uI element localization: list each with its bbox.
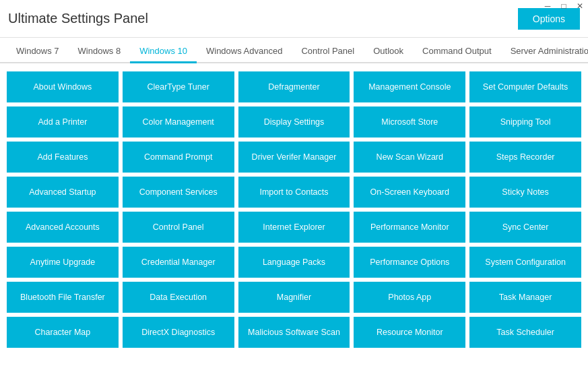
grid-button[interactable]: Snipping Tool [469, 106, 581, 138]
grid-button[interactable]: Set Computer Defaults [469, 71, 581, 102]
grid-button[interactable]: Performance Options [354, 247, 465, 278]
grid-button[interactable]: Add a Printer [7, 106, 119, 138]
grid-area: About WindowsClearType TunerDefragmenter… [0, 63, 588, 366]
buttons-grid: About WindowsClearType TunerDefragmenter… [7, 71, 581, 348]
grid-button[interactable]: DirectX Diagnostics [123, 317, 234, 348]
maximize-button[interactable]: □ [556, 0, 572, 12]
grid-button[interactable]: Defragmenter [238, 71, 350, 102]
grid-button[interactable]: On-Screen Keyboard [354, 177, 465, 208]
minimize-button[interactable]: ─ [540, 0, 556, 12]
grid-button[interactable]: Task Manager [469, 282, 581, 313]
grid-button[interactable]: Character Map [7, 317, 119, 348]
grid-button[interactable]: Management Console [354, 71, 465, 102]
grid-button[interactable]: Import to Contacts [238, 177, 350, 208]
tab-windows8[interactable]: Windows 8 [69, 40, 131, 63]
grid-button[interactable]: Add Features [7, 142, 119, 173]
grid-button[interactable]: System Configuration [469, 247, 581, 278]
grid-button[interactable]: Component Services [123, 177, 234, 208]
close-button[interactable]: ✕ [572, 0, 588, 12]
grid-button[interactable]: Anytime Upgrade [7, 247, 119, 278]
tab-command-output[interactable]: Command Output [413, 40, 501, 63]
tab-control-panel[interactable]: Control Panel [292, 40, 364, 63]
grid-button[interactable]: Display Settings [238, 106, 350, 138]
grid-button[interactable]: Data Execution [123, 282, 234, 313]
grid-button[interactable]: Command Prompt [123, 142, 234, 173]
tab-outlook[interactable]: Outlook [364, 40, 413, 63]
grid-button[interactable]: ClearType Tuner [123, 71, 234, 102]
tab-windows10[interactable]: Windows 10 [130, 40, 197, 63]
grid-button[interactable]: Task Scheduler [469, 317, 581, 348]
tabs-bar: Windows 7 Windows 8 Windows 10 Windows A… [0, 38, 588, 63]
grid-button[interactable]: New Scan Wizard [354, 142, 465, 173]
grid-button[interactable]: Credential Manager [123, 247, 234, 278]
app-title: Ultimate Settings Panel [8, 11, 148, 26]
grid-button[interactable]: Control Panel [123, 212, 234, 243]
grid-button[interactable]: Photos App [354, 282, 465, 313]
tab-windows7[interactable]: Windows 7 [7, 40, 69, 63]
grid-button[interactable]: Sticky Notes [469, 177, 581, 208]
grid-button[interactable]: Steps Recorder [469, 142, 581, 173]
grid-button[interactable]: Language Packs [238, 247, 350, 278]
grid-button[interactable]: About Windows [7, 71, 119, 102]
tab-server-admin[interactable]: Server Administration [501, 40, 588, 63]
grid-button[interactable]: Driver Verifer Manager [238, 142, 350, 173]
grid-button[interactable]: Internet Explorer [238, 212, 350, 243]
grid-button[interactable]: Malicious Software Scan [238, 317, 350, 348]
grid-button[interactable]: Microsoft Store [354, 106, 465, 138]
window-controls: ─ □ ✕ [540, 0, 588, 12]
grid-button[interactable]: Advanced Accounts [7, 212, 119, 243]
titlebar: Ultimate Settings Panel Options [0, 0, 588, 38]
grid-button[interactable]: Advanced Startup [7, 177, 119, 208]
grid-button[interactable]: Performance Monitor [354, 212, 465, 243]
tab-windows-advanced[interactable]: Windows Advanced [197, 40, 292, 63]
grid-button[interactable]: Resource Monitor [354, 317, 465, 348]
grid-button[interactable]: Bluetooth File Transfer [7, 282, 119, 313]
grid-button[interactable]: Sync Center [469, 212, 581, 243]
grid-button[interactable]: Color Management [123, 106, 234, 138]
grid-button[interactable]: Magnifier [238, 282, 350, 313]
